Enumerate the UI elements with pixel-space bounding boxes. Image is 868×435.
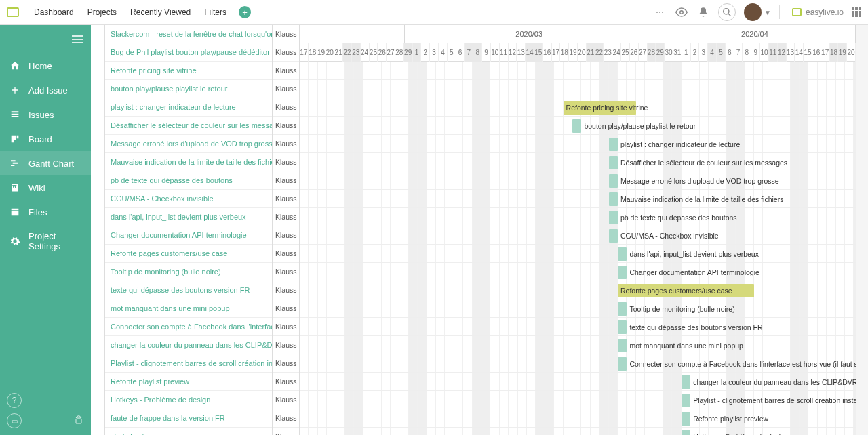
gantt-row[interactable]: Désafficher le sélecteur de couleur sur … (300, 153, 856, 171)
gantt-body[interactable]: Refonte pricing site vitrinebouton play/… (300, 62, 856, 435)
issue-link[interactable]: pb de texte qui dépasse des boutons (105, 171, 272, 190)
day-header: 18 (309, 43, 317, 62)
gantt-row[interactable]: Refonte playlist preview (300, 409, 856, 428)
issue-link[interactable]: CGU/MSA - Checkbox invisible (105, 190, 272, 208)
gantt-bar[interactable]: dans l'api, input_list devient plus verb… (618, 247, 627, 261)
day-header: 2 (691, 43, 700, 62)
gantt-bar[interactable]: Tooltip de monitoring (bulle noire) (618, 302, 627, 316)
right-scrollbar[interactable] (856, 25, 868, 435)
gantt-bar[interactable]: Mauvaise indication de la limite de tail… (609, 192, 618, 206)
gantt-row[interactable]: Refonte pages customers/use case (300, 281, 856, 299)
gantt-bar[interactable]: Playlist - clignotement barres de scroll… (682, 394, 690, 407)
gantt-row[interactable]: changer la couleur du panneau dans les C… (300, 373, 856, 391)
issue-link[interactable]: Désafficher le sélecteur de couleur sur … (105, 117, 272, 135)
gantt-row[interactable]: Playlist - clignotement barres de scroll… (300, 391, 856, 409)
workspace-selector[interactable]: easylive.io (792, 7, 844, 17)
sidebar-item-gantt[interactable]: Gantt Chart (0, 151, 91, 175)
issue-link[interactable]: mot manquant dans une mini popup (105, 299, 272, 318)
gantt-bar[interactable]: Message erroné lors d'upload de VOD trop… (609, 174, 618, 188)
user-menu[interactable]: ▼ (744, 3, 771, 21)
nav-filters[interactable]: Filters (199, 0, 232, 25)
search-button[interactable] (718, 3, 736, 21)
gantt-row[interactable]: Mauvaise indication de la limite de tail… (300, 190, 856, 208)
sidebar-item-wiki[interactable]: Wiki (0, 175, 91, 200)
sidebar-item-home[interactable]: Home (0, 54, 91, 78)
issues-column: Slackercom - reset de la fenêtre de chat… (104, 25, 273, 435)
sidebar-item-board[interactable]: Board (0, 127, 91, 151)
issue-link[interactable]: Message erroné lors d'upload de VOD trop… (105, 135, 272, 153)
gantt-row[interactable]: Changer documentation API terminologie (300, 263, 856, 281)
gantt-row[interactable]: playlist : changer indicateur de lecture (300, 135, 856, 153)
sidebar-item-plus[interactable]: Add Issue (0, 78, 91, 102)
more-icon[interactable]: ⋯ (653, 5, 667, 19)
gantt-bar[interactable]: Hotkeys - Problème de design (682, 430, 690, 436)
app-logo-icon[interactable] (7, 7, 19, 17)
sidebar-item-files[interactable]: Files (0, 200, 91, 224)
eye-icon[interactable] (675, 5, 688, 19)
day-header: 14 (526, 43, 534, 62)
sidebar-item-label: Issues (28, 110, 54, 120)
sidebar-item-list[interactable]: Issues (0, 102, 91, 127)
gantt-row[interactable]: Hotkeys - Problème de design (300, 428, 856, 435)
gantt-row[interactable] (300, 62, 856, 80)
apps-icon[interactable] (852, 7, 861, 17)
gantt-row[interactable]: CGU/MSA - Checkbox invisible (300, 226, 856, 245)
issue-link[interactable]: Tooltip de monitoring (bulle noire) (105, 263, 272, 281)
issue-link[interactable]: texte qui dépasse des boutons version FR (105, 281, 272, 299)
gantt-chart[interactable]: 2020/032020/04 1718192021222324252627282… (300, 25, 856, 435)
issue-link[interactable]: Refonte pages customers/use case (105, 245, 272, 263)
nav-recently-viewed[interactable]: Recently Viewed (125, 0, 196, 25)
gantt-bar[interactable]: Refonte pages customers/use case (618, 284, 754, 297)
gantt-bar[interactable]: bouton play/plause playlist le retour (572, 119, 581, 133)
gantt-row[interactable]: Tooltip de monitoring (bulle noire) (300, 299, 856, 318)
gantt-row[interactable]: mot manquant dans une mini popup (300, 336, 856, 354)
plus-icon (9, 85, 20, 96)
issue-link[interactable]: faute de frappe dans la version FR (105, 409, 272, 428)
gantt-row[interactable]: Refonte pricing site vitrine (300, 98, 856, 117)
bell-icon[interactable] (696, 5, 710, 19)
help-icon[interactable]: ? (7, 393, 22, 408)
day-header: 1 (413, 43, 422, 62)
issue-link[interactable]: Refonte playlist preview (105, 373, 272, 391)
gantt-bar[interactable]: CGU/MSA - Checkbox invisible (609, 229, 618, 243)
sidebar-item-gear[interactable]: Project Settings (0, 224, 91, 258)
issue-link[interactable]: Hotkeys - Problème de design (105, 391, 272, 409)
day-header: 16 (543, 43, 552, 62)
android-icon[interactable] (73, 415, 84, 428)
nav-projects[interactable]: Projects (82, 0, 122, 25)
issue-link[interactable]: dans l'api, input_list devient plus verb… (105, 208, 272, 226)
day-header: 16 (812, 43, 821, 62)
gantt-row[interactable]: texte qui dépasse des boutons version FR (300, 318, 856, 336)
issue-link[interactable]: changer la couleur du panneau dans les C… (105, 336, 272, 354)
gantt-bar[interactable]: playlist : changer indicateur de lecture (609, 138, 618, 151)
gantt-row[interactable]: Connecter son compte à Facebook dans l'i… (300, 354, 856, 373)
nav-dashboard[interactable]: Dashboard (28, 0, 79, 25)
gantt-bar[interactable]: Refonte pricing site vitrine (564, 101, 636, 115)
issue-link[interactable]: chat client ne marche pas (105, 428, 272, 435)
issue-link[interactable]: bouton play/plause playlist le retour (105, 80, 272, 98)
gantt-bar[interactable]: texte qui dépasse des boutons version FR (618, 320, 627, 334)
gantt-row[interactable]: dans l'api, input_list devient plus verb… (300, 245, 856, 263)
gantt-row[interactable]: bouton play/plause playlist le retour (300, 117, 856, 135)
issue-link[interactable]: Connecter son compte à Facebook dans l'i… (105, 318, 272, 336)
gantt-row[interactable]: pb de texte qui dépasse des boutons (300, 208, 856, 226)
gantt-bar[interactable]: Connecter son compte à Facebook dans l'i… (618, 357, 627, 371)
issue-link[interactable]: Bug de Phil playlist bouton play/pause d… (105, 43, 272, 62)
issue-link[interactable]: Refonte pricing site vitrine (105, 62, 272, 80)
gantt-bar[interactable]: changer la couleur du panneau dans les C… (682, 375, 690, 389)
gantt-bar[interactable]: Désafficher le sélecteur de couleur sur … (609, 156, 618, 169)
gantt-bar[interactable]: Changer documentation API terminologie (618, 266, 627, 279)
gantt-row[interactable] (300, 80, 856, 98)
issue-link[interactable]: Slackercom - reset de la fenêtre de chat… (105, 25, 272, 43)
sidebar-toggle[interactable] (64, 25, 91, 54)
gantt-row[interactable]: Message erroné lors d'upload de VOD trop… (300, 171, 856, 190)
gantt-bar[interactable]: mot manquant dans une mini popup (618, 339, 627, 352)
add-button[interactable]: + (239, 6, 251, 18)
issue-link[interactable]: Mauvaise indication de la limite de tail… (105, 153, 272, 171)
chat-support-icon[interactable]: ▭ (7, 413, 22, 428)
issue-link[interactable]: playlist : changer indicateur de lecture (105, 98, 272, 117)
issue-link[interactable]: Changer documentation API terminologie (105, 226, 272, 245)
issue-link[interactable]: Playlist - clignotement barres de scroll… (105, 354, 272, 373)
gantt-bar[interactable]: pb de texte qui dépasse des boutons (609, 211, 618, 224)
gantt-bar[interactable]: Refonte playlist preview (682, 412, 690, 426)
